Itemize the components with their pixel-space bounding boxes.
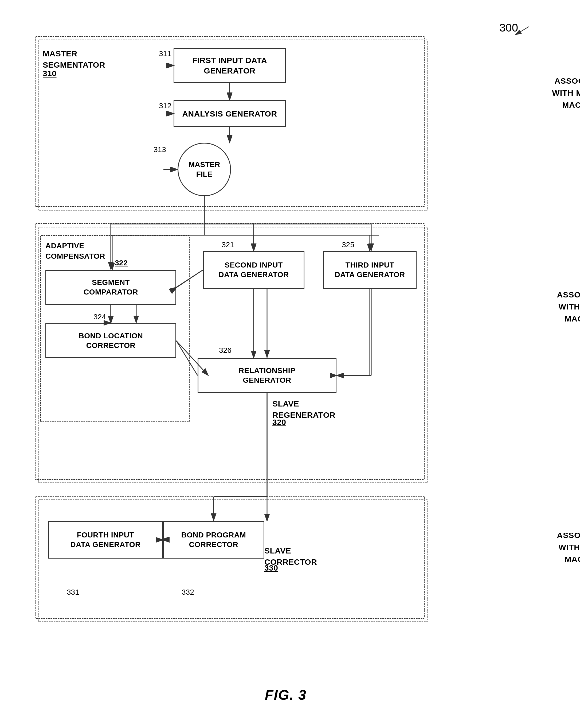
- ref-311: 311: [159, 49, 171, 58]
- third-input-data-generator: THIRD INPUTDATA GENERATOR: [323, 251, 417, 289]
- bond-location-corrector: BOND LOCATIONCORRECTOR: [46, 323, 176, 358]
- ref-321: 321: [222, 240, 234, 249]
- adaptive-compensator-label: ADAPTIVECOMPENSATOR: [46, 240, 105, 261]
- master-file: MASTERFILE: [177, 143, 231, 196]
- ref-331: 331: [67, 588, 79, 597]
- fig-label: FIG. 3: [265, 687, 307, 703]
- bond-program-corrector: BOND PROGRAMCORRECTOR: [163, 521, 265, 558]
- adaptive-compensator-number: 322: [115, 258, 128, 268]
- side-label-slave-1: ASSOCIATEDWITH SLAVEMACHINE: [557, 289, 580, 325]
- ref-313: 313: [154, 146, 166, 154]
- svg-line-1: [515, 27, 529, 35]
- slave-corrector-number: 330: [265, 563, 278, 573]
- ref-312: 312: [159, 102, 171, 110]
- slave-regenerator-number: 320: [272, 417, 286, 427]
- relationship-generator: RELATIONSHIPGENERATOR: [198, 358, 336, 393]
- diagram-container: 300 MASTERSEGMENTATOR 310 311 FIRST INPU…: [32, 21, 540, 706]
- fourth-input-data-generator: FOURTH INPUTDATA GENERATOR: [48, 521, 163, 558]
- ref-325: 325: [342, 240, 354, 249]
- ref-324: 324: [93, 313, 106, 321]
- side-label-master: ASSOCIATEDWITH MASTERMACHINE: [552, 75, 580, 111]
- first-input-data-generator: FIRST INPUT DATAGENERATOR: [173, 48, 286, 83]
- master-segmentator-number: 310: [43, 68, 57, 79]
- analysis-generator: ANALYSIS GENERATOR: [173, 100, 286, 127]
- fourth-to-bond-arrow: [163, 540, 164, 541]
- ref-332: 332: [182, 588, 194, 597]
- segment-comparator: SEGMENTCOMPARATOR: [46, 270, 176, 305]
- ref-326: 326: [219, 346, 231, 355]
- diagram-number-arrow: [507, 24, 540, 40]
- second-input-data-generator: SECOND INPUTDATA GENERATOR: [203, 251, 304, 289]
- side-label-slave-2: ASSOCIATEDWITH SLAVEMACHINE: [557, 529, 580, 565]
- master-segmentator-label: MASTERSEGMENTATOR: [43, 48, 105, 71]
